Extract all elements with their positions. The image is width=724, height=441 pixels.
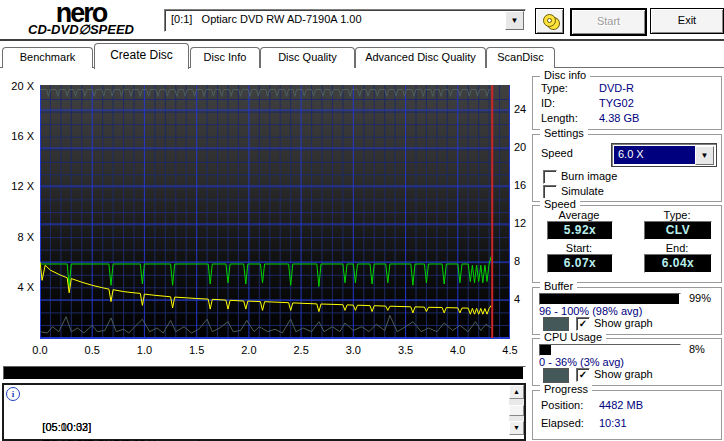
- buffer-graph: [40, 90, 492, 97]
- y-axis-left-tick: 8 X: [0, 231, 34, 243]
- y-axis-left-tick: 20 X: [0, 80, 34, 92]
- tab-benchmark[interactable]: Benchmark: [2, 47, 93, 68]
- tab-advanced-disc-quality[interactable]: Advanced Disc Quality: [355, 47, 486, 68]
- position-label: Position:: [541, 399, 583, 411]
- header-separator: [0, 39, 724, 41]
- chevron-down-icon[interactable]: ▼: [695, 146, 714, 165]
- log-scrollbar[interactable]: ▲ ▼: [509, 385, 524, 435]
- start-label: Start:: [547, 242, 611, 254]
- buffer-percent: 99%: [689, 292, 711, 304]
- y-axis-right-tick: 4: [514, 293, 530, 305]
- eject-disc-button[interactable]: [535, 8, 564, 34]
- average-label: Average: [547, 209, 611, 221]
- elapsed-value: 10:31: [599, 417, 627, 429]
- speed-type-display: CLV: [644, 221, 712, 240]
- x-axis-tick: 4.5: [497, 344, 523, 356]
- elapsed-label: Elapsed:: [541, 417, 584, 429]
- nero-cd-dvd-speed-window: nero CD-DVD∅SPEED [0:1] Optiarc DVD RW A…: [0, 0, 724, 441]
- buffer-level-fill: [540, 294, 679, 304]
- cpu-usage-group: CPU Usage 8% 0 - 36% (3% avg) ✓ Show gra…: [532, 338, 722, 386]
- scrollbar-thumb[interactable]: [509, 405, 524, 416]
- disc-type-label: Type:: [541, 82, 568, 94]
- exit-button[interactable]: Exit: [650, 8, 724, 34]
- simulate-checkbox[interactable]: [543, 185, 557, 199]
- speed-group: Speed Average Type: 5.92x CLV Start: End…: [532, 205, 722, 283]
- buffer-range: 96 - 100% (98% avg): [539, 305, 642, 317]
- burn-image-label[interactable]: Burn image: [561, 170, 617, 182]
- x-axis-tick: 0.5: [79, 344, 105, 356]
- chevron-down-icon[interactable]: ▼: [505, 11, 524, 30]
- start-button[interactable]: Start: [570, 8, 647, 36]
- end-speed-display: 6.04x: [644, 254, 712, 273]
- disc-length-label: Length:: [541, 112, 578, 124]
- speed-select-dropdown[interactable]: 6.0 X ▼: [611, 143, 717, 167]
- cpu-usage-graph: [40, 315, 491, 333]
- buffer-show-graph-label[interactable]: Show graph: [594, 317, 653, 329]
- tab-disc-info[interactable]: Disc Info: [190, 47, 260, 68]
- scroll-down-icon[interactable]: ▼: [509, 421, 524, 435]
- burn-image-checkbox[interactable]: [543, 170, 557, 184]
- tab-scandisc[interactable]: ScanDisc: [486, 47, 555, 68]
- cpu-show-graph-checkbox[interactable]: ✓: [576, 368, 590, 382]
- type-label: Type:: [644, 209, 710, 221]
- cpu-usage-bar: [539, 344, 681, 356]
- disc-type-value: DVD-R: [599, 82, 634, 94]
- cpu-percent: 8%: [689, 343, 705, 355]
- x-axis-tick: 0.0: [27, 344, 53, 356]
- cpu-show-graph-label[interactable]: Show graph: [594, 368, 653, 380]
- x-axis-tick: 3.0: [340, 344, 366, 356]
- speed-label: Speed: [541, 147, 573, 159]
- write-speed-graph: [40, 256, 491, 286]
- speed-chart: 20 X16 X12 X8 X4 X24201612840.00.51.01.5…: [0, 70, 530, 362]
- nero-logo: nero CD-DVD∅SPEED: [6, 1, 156, 39]
- x-axis-tick: 2.0: [236, 344, 262, 356]
- discs-icon: [543, 14, 556, 27]
- log-line: i [05:00:02] Creating Data Disc: [4, 385, 524, 402]
- x-axis-tick: 2.5: [288, 344, 314, 356]
- y-axis-left-tick: 4 X: [0, 281, 34, 293]
- disc-id-value: TYG02: [599, 97, 634, 109]
- y-axis-right-tick: 24: [514, 103, 530, 115]
- y-axis-left-tick: 16 X: [0, 130, 34, 142]
- y-axis-left-tick: 12 X: [0, 180, 34, 192]
- y-axis-right-tick: 16: [514, 179, 530, 191]
- x-axis-tick: 1.5: [184, 344, 210, 356]
- chart-plot-area: [40, 85, 510, 339]
- y-axis-right-tick: 12: [514, 217, 530, 229]
- scroll-up-icon[interactable]: ▲: [509, 385, 524, 399]
- info-icon: i: [6, 387, 20, 401]
- progress-group: Progress Position: 4482 MB Elapsed: 10:3…: [532, 390, 722, 440]
- simulate-label[interactable]: Simulate: [561, 185, 604, 197]
- log-timestamp: [05:10:33]: [42, 436, 100, 441]
- drive-select-value: [0:1] Optiarc DVD RW AD-7190A 1.00: [171, 13, 362, 25]
- group-title: Settings: [540, 127, 588, 139]
- group-title: Disc info: [540, 69, 590, 81]
- chart-canvas: [40, 85, 510, 339]
- buffer-show-graph-checkbox[interactable]: ✓: [576, 317, 590, 331]
- y-axis-right-tick: 20: [514, 141, 530, 153]
- buffer-graph-color-swatch: [543, 317, 569, 332]
- disc-length-value: 4.38 GB: [599, 112, 639, 124]
- tab-disc-quality[interactable]: Disc Quality: [260, 47, 355, 68]
- group-title: Progress: [540, 383, 592, 395]
- buffer-group: Buffer 99% 96 - 100% (98% avg) ✓ Show gr…: [532, 287, 722, 335]
- end-label: End:: [644, 242, 710, 254]
- group-title: CPU Usage: [540, 331, 606, 343]
- tab-create-disc[interactable]: Create Disc: [94, 43, 189, 69]
- cpu-usage-fill: [540, 345, 551, 355]
- start-speed-display: 6.07x: [547, 254, 613, 273]
- average-speed-display: 5.92x: [547, 221, 613, 240]
- log-line: [05:10:33] Elapsed Time: 10:31: [4, 419, 524, 436]
- cpu-range: 0 - 36% (3% avg): [539, 356, 624, 368]
- speed-select-value: 6.0 X: [614, 146, 697, 164]
- logo-cddvdspeed-text: CD-DVD∅SPEED: [6, 22, 156, 37]
- log-line: [05:10:33] Speed:6 X CLV (5.92 X average…: [4, 402, 524, 419]
- overall-progress-bar: [3, 366, 526, 380]
- position-value: 4482 MB: [599, 399, 643, 411]
- status-log: i [05:00:02] Creating Data Disc [05:10:3…: [2, 383, 526, 441]
- drive-select-dropdown[interactable]: [0:1] Optiarc DVD RW AD-7190A 1.00 ▼: [164, 9, 526, 32]
- y-axis-right-tick: 8: [514, 255, 530, 267]
- disc-info-group: Disc info Type: DVD-R ID: TYG02 Length: …: [532, 76, 722, 130]
- x-axis-tick: 1.0: [131, 344, 157, 356]
- disc-id-label: ID:: [541, 97, 555, 109]
